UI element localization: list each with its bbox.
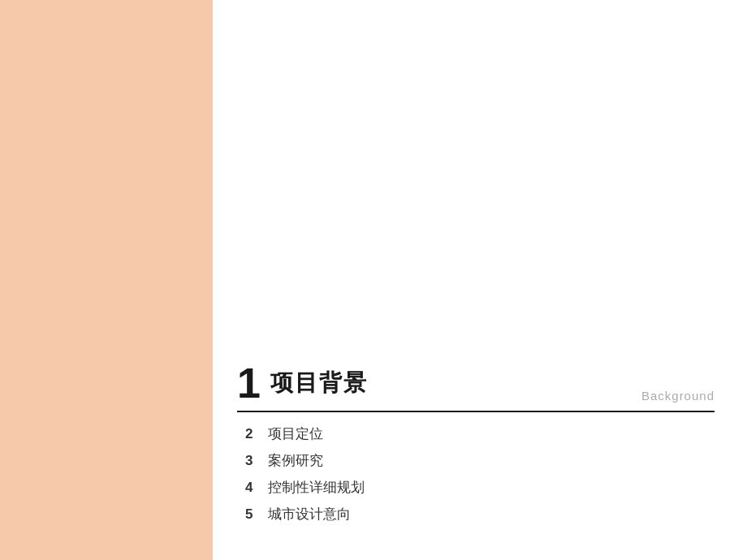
main-content: 1 项目背景 Background 2 项目定位 3 案例研究 4 控制性详细规… (213, 0, 747, 560)
secondary-number-2: 2 (245, 426, 257, 442)
primary-label: 项目背景 (270, 368, 368, 398)
menu-section: 1 项目背景 Background 2 项目定位 3 案例研究 4 控制性详细规… (237, 354, 731, 528)
secondary-item-4: 4 控制性详细规划 (245, 474, 715, 501)
primary-menu-item: 1 项目背景 Background (237, 354, 715, 412)
top-area (213, 0, 747, 330)
secondary-label-3: 案例研究 (268, 451, 323, 470)
primary-number: 1 (237, 362, 261, 404)
secondary-number-5: 5 (245, 506, 257, 523)
secondary-label-2: 项目定位 (268, 424, 323, 443)
secondary-item-5: 5 城市设计意向 (245, 501, 715, 528)
secondary-menu-items: 2 项目定位 3 案例研究 4 控制性详细规划 5 城市设计意向 (237, 420, 715, 528)
secondary-item-2: 2 项目定位 (245, 420, 715, 447)
secondary-number-3: 3 (245, 453, 257, 469)
secondary-label-4: 控制性详细规划 (268, 478, 365, 497)
secondary-label-5: 城市设计意向 (268, 505, 351, 523)
secondary-item-3: 3 案例研究 (245, 447, 715, 474)
sidebar (0, 0, 213, 560)
secondary-number-4: 4 (245, 480, 257, 496)
background-english-label: Background (641, 389, 715, 403)
menu-area: 1 项目背景 Background 2 项目定位 3 案例研究 4 控制性详细规… (213, 330, 747, 560)
